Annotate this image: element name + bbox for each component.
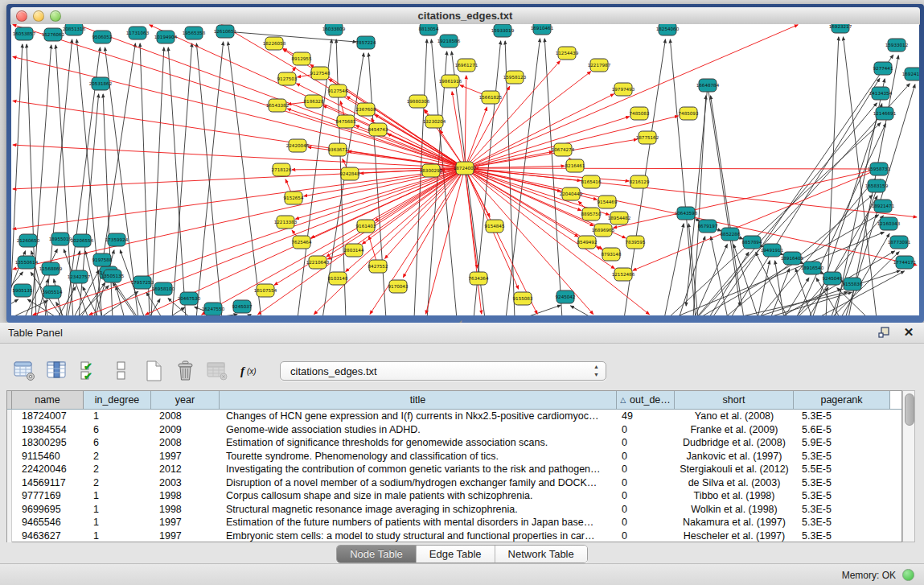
column-header-out_de[interactable]: △out_de…	[617, 391, 675, 409]
cell-pagerank[interactable]: 5.5E-5	[794, 463, 890, 476]
cell-in_degree[interactable]: 1	[84, 489, 151, 503]
cell-year[interactable]: 2012	[151, 463, 220, 476]
cell-name[interactable]: 19384554	[12, 423, 84, 437]
cell-out_de[interactable]: 49	[617, 410, 675, 423]
cell-out_de[interactable]: 0	[617, 450, 675, 463]
cell-pagerank[interactable]: 5.3E-5	[794, 410, 890, 423]
column-header-year[interactable]: year	[151, 391, 220, 409]
cell-in_degree[interactable]: 2	[84, 463, 151, 476]
tab-network-table[interactable]: Network Table	[495, 546, 587, 562]
cell-title[interactable]: Estimation of significance thresholds fo…	[220, 436, 617, 450]
cell-name[interactable]: 9699695	[12, 503, 84, 517]
cell-out_de[interactable]: 0	[617, 503, 675, 517]
show-columns-icon[interactable]	[43, 357, 71, 385]
cell-pagerank[interactable]: 5.6E-5	[794, 423, 890, 437]
cell-out_de[interactable]: 0	[617, 476, 675, 490]
cell-in_degree[interactable]: 2	[84, 476, 151, 490]
cell-short[interactable]: Dudbridge et al. (2008)	[675, 436, 794, 450]
cell-title[interactable]: Disruption of a novel member of a sodium…	[220, 476, 617, 490]
table-row[interactable]: 1830029562008Estimation of significance …	[7, 436, 901, 450]
cell-title[interactable]: Genome-wide association studies in ADHD.	[220, 423, 617, 437]
table-row[interactable]: 977716911998Corpus callosum shape and si…	[7, 489, 901, 503]
cell-year[interactable]: 1998	[151, 489, 220, 503]
cell-title[interactable]: Estimation of the future numbers of pati…	[220, 516, 617, 529]
table-row[interactable]: 911546021997Tourette syndrome. Phenomeno…	[7, 450, 901, 463]
cell-name[interactable]: 9465546	[12, 516, 84, 529]
cell-in_degree[interactable]: 6	[84, 436, 151, 450]
window-titlebar[interactable]: citations_edges.txt	[10, 7, 920, 25]
cell-name[interactable]: 9463627	[12, 529, 84, 543]
cell-title[interactable]: Investigating the contribution of common…	[220, 463, 617, 476]
float-panel-icon[interactable]	[877, 325, 892, 340]
cell-short[interactable]: Nakamura et al. (1997)	[675, 516, 794, 529]
cell-year[interactable]: 1997	[151, 529, 220, 543]
cell-in_degree[interactable]: 1	[84, 503, 151, 517]
cell-short[interactable]: Stergiakouli et al. (2012)	[675, 463, 794, 476]
cell-out_de[interactable]: 0	[617, 436, 675, 450]
cell-out_de[interactable]: 0	[617, 489, 675, 503]
cell-year[interactable]: 1998	[151, 503, 220, 517]
cell-pagerank[interactable]: 5.3E-5	[794, 529, 890, 543]
table-row[interactable]: 1872400712008Changes of HCN gene express…	[7, 410, 901, 423]
tab-edge-table[interactable]: Edge Table	[417, 546, 495, 562]
cell-in_degree[interactable]: 1	[84, 516, 151, 529]
table-selector-dropdown[interactable]: citations_edges.txt▲▼	[280, 361, 606, 381]
cell-year[interactable]: 2009	[151, 423, 220, 437]
cell-name[interactable]: 9115460	[12, 450, 84, 463]
cell-year[interactable]: 2008	[151, 410, 220, 423]
cell-year[interactable]: 1997	[151, 516, 220, 529]
cell-pagerank[interactable]: 5.3E-5	[794, 516, 890, 529]
delete-column-icon[interactable]	[172, 357, 199, 385]
tab-node-table[interactable]: Node Table	[337, 546, 417, 562]
table-mode-settings-icon[interactable]	[11, 357, 39, 385]
cell-name[interactable]: 9777169	[12, 489, 84, 503]
table-row[interactable]: 1938455462009Genome-wide association stu…	[7, 423, 901, 437]
cell-year[interactable]: 2003	[151, 476, 220, 490]
table-row[interactable]: 1456911722003Disruption of a novel membe…	[7, 476, 901, 490]
cell-out_de[interactable]: 0	[617, 463, 675, 476]
cell-pagerank[interactable]: 5.3E-5	[794, 503, 890, 517]
cell-name[interactable]: 22420046	[12, 463, 84, 476]
table-row[interactable]: 946362711997Embryonic stem cells: a mode…	[7, 529, 901, 543]
function-builder-icon[interactable]: f(x)	[236, 357, 264, 385]
cell-in_degree[interactable]: 1	[84, 410, 151, 423]
cell-short[interactable]: Wolkin et al. (1998)	[675, 503, 794, 517]
cell-title[interactable]: Changes of HCN gene expression and I(f) …	[220, 410, 617, 423]
table-row[interactable]: 969969511998Structural magnetic resonanc…	[7, 503, 901, 517]
column-header-short[interactable]: short	[675, 391, 794, 409]
vertical-scrollbar[interactable]	[902, 390, 915, 542]
cell-pagerank[interactable]: 5.3E-5	[794, 489, 890, 503]
cell-short[interactable]: Jankovic et al. (1997)	[675, 450, 794, 463]
cell-year[interactable]: 1997	[151, 450, 220, 463]
cell-in_degree[interactable]: 6	[84, 423, 151, 437]
unselect-all-columns-icon[interactable]	[108, 357, 135, 385]
close-panel-icon[interactable]: ✕	[901, 325, 916, 340]
select-all-columns-icon[interactable]: ✔✔	[76, 357, 103, 385]
cell-pagerank[interactable]: 5.3E-5	[794, 476, 890, 490]
cell-name[interactable]: 18300295	[12, 436, 84, 450]
column-header-name[interactable]: name	[12, 391, 84, 409]
cell-pagerank[interactable]: 5.3E-5	[794, 450, 890, 463]
cell-out_de[interactable]: 0	[617, 516, 675, 529]
cell-title[interactable]: Tourette syndrome. Phenomenology and cla…	[220, 450, 617, 463]
column-header-in_degree[interactable]: in_degree	[84, 391, 151, 409]
table-row[interactable]: 2242004622012Investigating the contribut…	[7, 463, 901, 476]
cell-year[interactable]: 2008	[151, 436, 220, 450]
cell-short[interactable]: Yano et al. (2008)	[675, 410, 794, 423]
cell-in_degree[interactable]: 2	[84, 450, 151, 463]
cell-title[interactable]: Embryonic stem cells: a model to study s…	[220, 529, 617, 543]
cell-short[interactable]: Tibbo et al. (1998)	[675, 489, 794, 503]
cell-short[interactable]: Franke et al. (2009)	[675, 423, 794, 437]
create-new-column-icon[interactable]	[140, 357, 167, 385]
cell-short[interactable]: de Silva et al. (2003)	[675, 476, 794, 490]
network-canvas[interactable]: 1605385715276062208513169506052117310631…	[11, 24, 919, 315]
delete-table-icon-disabled[interactable]	[204, 357, 232, 385]
cell-name[interactable]: 14569117	[12, 476, 84, 490]
column-header-title[interactable]: title	[220, 391, 617, 409]
cell-title[interactable]: Structural magnetic resonance image aver…	[220, 503, 617, 517]
table-row[interactable]: 946554611997Estimation of the future num…	[7, 516, 901, 529]
scrollbar-thumb[interactable]	[905, 393, 914, 426]
cell-title[interactable]: Corpus callosum shape and size in male p…	[220, 489, 617, 503]
cell-out_de[interactable]: 0	[617, 423, 675, 437]
cell-pagerank[interactable]: 5.9E-5	[794, 436, 890, 450]
